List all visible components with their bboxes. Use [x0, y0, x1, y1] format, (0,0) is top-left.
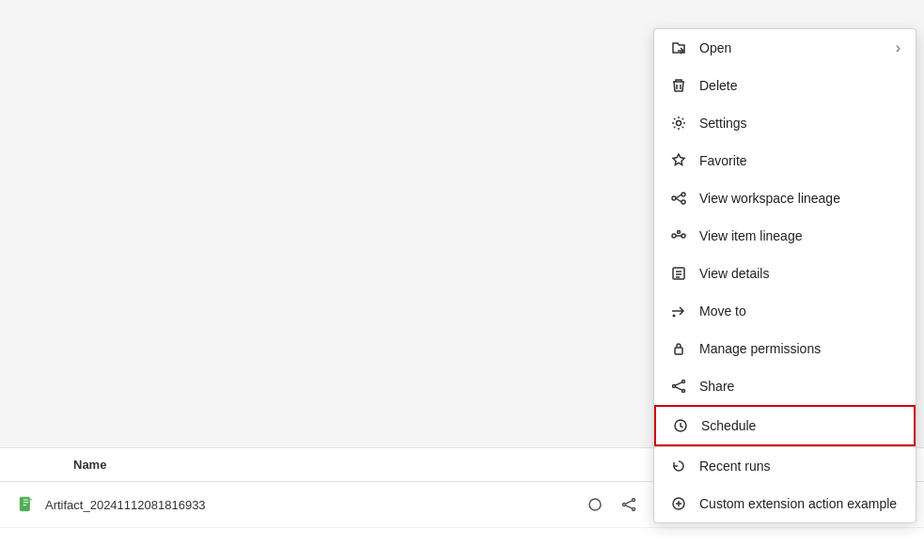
menu-label-schedule: Schedule	[701, 418, 899, 433]
delete-icon	[669, 76, 688, 95]
menu-label-settings: Settings	[699, 116, 901, 131]
svg-point-20	[633, 499, 635, 502]
menu-item-settings[interactable]: Settings	[654, 104, 916, 142]
svg-point-19	[589, 499, 601, 510]
menu-item-manage-permissions[interactable]: Manage permissions	[654, 330, 916, 367]
svg-point-21	[633, 508, 635, 511]
row-file-icon	[15, 493, 38, 516]
menu-label-share: Share	[699, 379, 901, 394]
menu-item-delete[interactable]: Delete	[654, 67, 916, 104]
svg-rect-9	[675, 348, 682, 354]
row-circle-btn[interactable]	[582, 491, 608, 518]
settings-icon	[669, 114, 688, 132]
svg-rect-16	[23, 499, 29, 500]
menu-item-open[interactable]: Open ›	[654, 29, 916, 67]
menu-label-view-details: View details	[699, 266, 901, 281]
menu-label-delete: Delete	[699, 78, 901, 93]
menu-label-view-workspace-lineage: View workspace lineage	[699, 191, 901, 206]
open-icon	[669, 39, 688, 57]
menu-label-recent-runs: Recent runs	[699, 459, 901, 474]
move-icon	[669, 302, 688, 320]
menu-label-open: Open	[699, 40, 896, 55]
svg-point-10	[682, 381, 685, 383]
svg-point-12	[673, 385, 676, 388]
context-menu: Open › Delete Settings	[653, 28, 916, 523]
menu-item-custom-extension[interactable]: Custom extension action example	[654, 485, 916, 522]
lineage-icon	[669, 189, 688, 208]
main-area: Open › Delete Settings	[0, 0, 924, 560]
svg-point-8	[673, 315, 676, 318]
menu-label-manage-permissions: Manage permissions	[699, 341, 901, 356]
svg-rect-15	[20, 497, 29, 511]
svg-point-0	[677, 121, 681, 126]
menu-item-recent-runs[interactable]: Recent runs	[654, 446, 916, 485]
svg-point-5	[681, 234, 685, 238]
svg-point-3	[681, 200, 685, 204]
permissions-icon	[669, 339, 688, 358]
menu-label-view-item-lineage: View item lineage	[699, 228, 901, 243]
svg-rect-18	[23, 505, 26, 506]
open-arrow-icon: ›	[896, 39, 901, 56]
column-header-name: Name	[45, 458, 533, 472]
item-lineage-icon	[669, 226, 688, 245]
menu-label-move-to: Move to	[699, 303, 901, 319]
menu-label-custom-extension: Custom extension action example	[699, 496, 901, 511]
schedule-icon	[671, 416, 690, 435]
recent-runs-icon	[669, 457, 688, 475]
menu-item-view-details[interactable]: View details	[654, 255, 916, 292]
details-icon	[669, 264, 688, 283]
svg-point-4	[672, 234, 676, 238]
svg-point-1	[672, 196, 676, 200]
menu-item-favorite[interactable]: Favorite	[654, 142, 916, 179]
svg-point-11	[682, 390, 685, 393]
menu-item-move-to[interactable]: Move to	[654, 292, 916, 330]
favorite-icon	[669, 151, 688, 170]
extension-icon	[669, 494, 688, 513]
svg-rect-17	[23, 502, 29, 503]
svg-point-6	[678, 231, 681, 234]
share-icon	[669, 377, 688, 396]
menu-item-view-item-lineage[interactable]: View item lineage	[654, 217, 916, 255]
menu-item-schedule[interactable]: Schedule	[654, 405, 916, 446]
menu-label-favorite: Favorite	[699, 153, 901, 168]
svg-point-2	[681, 193, 685, 196]
svg-point-22	[623, 504, 626, 506]
menu-item-view-workspace-lineage[interactable]: View workspace lineage	[654, 179, 916, 217]
row-share-btn[interactable]	[616, 491, 642, 518]
menu-item-share[interactable]: Share	[654, 367, 916, 405]
row-artifact-name: Artifact_20241112081816933	[45, 498, 582, 512]
